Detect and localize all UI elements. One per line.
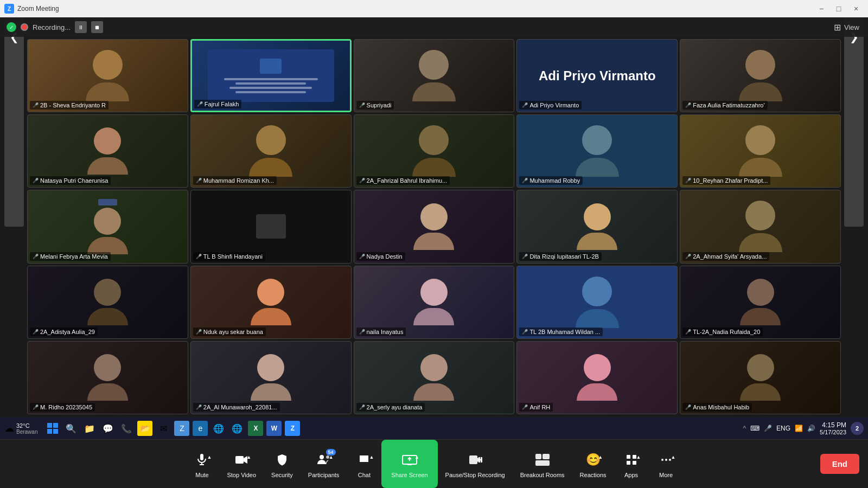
chat-button[interactable]: ▲ Chat <box>347 440 381 488</box>
video-tile-23[interactable]: 🎤 2A_serly ayu dianata <box>354 341 515 414</box>
pause-recording-button[interactable]: Pause/Stop Recording <box>438 440 513 488</box>
video-tile-13[interactable]: 🎤 Nadya Destin <box>354 190 515 263</box>
video-tile-19[interactable]: 🎤 TL 2B Muhamad Wildan ... <box>516 266 678 339</box>
volume-icon[interactable]: 🔊 <box>807 425 815 432</box>
video-tile-8[interactable]: 🎤 2A_Fahrizal Bahrul Ibrahimu... <box>354 114 515 188</box>
keyboard-icon[interactable]: ⌨ <box>750 425 760 432</box>
video-grid: 🎤 2B - Sheva Endriyanto R 🎤 Fajrul Falak… <box>0 37 868 416</box>
mute-caret-icon[interactable]: ▲ <box>207 454 212 460</box>
svg-rect-13 <box>535 454 541 459</box>
participants-button[interactable]: 54 ▲ Participants <box>301 440 347 488</box>
video-tile-25[interactable]: 🎤 Anas Misbahul Habib <box>680 341 841 414</box>
video-tile-12[interactable]: 🎤 TL B Shinfi Handayani <box>190 190 352 263</box>
breakout-rooms-label: Breakout Rooms <box>520 472 565 478</box>
mute-icon-18: 🎤 <box>359 329 365 335</box>
reactions-caret-icon[interactable]: ▲ <box>598 454 603 460</box>
video-tile-15[interactable]: 🎤 2A_Ahmad Syifa' Arsyada... <box>680 190 841 263</box>
video-tile-14[interactable]: 🎤 Dita Rizqi Iupitasari TL-2B <box>516 190 678 263</box>
folder-button[interactable]: 📂 <box>137 421 152 436</box>
excel-button[interactable]: X <box>248 421 263 436</box>
toolbar: ▲ Mute ▲ Stop Video Security <box>0 439 868 488</box>
app-button-1[interactable]: Z <box>174 421 189 436</box>
participant-name-25: 🎤 Anas Misbahul Habib <box>682 403 752 412</box>
mute-icon-23: 🎤 <box>359 404 365 410</box>
taskbar-left: ☁ 32°C Berawan 🔍 📁 💬 📞 📂 ✉ Z <box>4 421 300 436</box>
video-tile-11[interactable]: 🎤 Melani Febrya Arta Mevia <box>27 190 188 263</box>
mute-icon-5: 🎤 <box>685 102 691 108</box>
stop-video-button[interactable]: ▲ Stop Video <box>219 440 264 488</box>
reactions-label: Reactions <box>580 472 607 478</box>
end-button[interactable]: End <box>820 454 859 474</box>
breakout-rooms-button[interactable]: Breakout Rooms <box>513 440 572 488</box>
zoom-logo-icon: Z <box>4 4 14 14</box>
more-button[interactable]: ▲ More <box>649 440 684 488</box>
video-tile-7[interactable]: 🎤 Muhammad Romizan Kh... <box>190 114 352 188</box>
mail-button[interactable]: ✉ <box>156 421 171 436</box>
video-tile-21[interactable]: 🎤 M. Ridho 20235045 <box>27 341 188 414</box>
video-tile-18[interactable]: 🎤 naila Inayatus <box>354 266 515 339</box>
video-tile-22[interactable]: 🎤 2A_Al Munawaroh_22081... <box>190 341 352 414</box>
apps-button[interactable]: ▲ Apps <box>614 440 649 488</box>
notification-badge[interactable]: 2 <box>851 422 864 435</box>
taskbar-right: ^ ⌨ 🎤 ENG 📶 🔊 4:15 PM 5/17/2023 2 <box>743 421 864 435</box>
security-button[interactable]: Security <box>264 440 301 488</box>
chrome-button-2[interactable]: 🌐 <box>229 421 245 436</box>
mute-icon-8: 🎤 <box>359 178 365 183</box>
participant-name-24: 🎤 Anif RH <box>519 403 553 412</box>
video-caret-icon[interactable]: ▲ <box>246 454 251 460</box>
video-tile-20[interactable]: 🎤 TL-2A_Nadia Rufaida_20 <box>680 266 841 339</box>
video-tile-17[interactable]: 🎤 Nduk ayu sekar buana <box>190 266 352 339</box>
svg-rect-25 <box>47 429 52 434</box>
edge-button[interactable]: e <box>193 421 208 436</box>
video-tile-5[interactable]: 🎤 Faza Aulia Fatimatuzzahro' <box>680 39 841 112</box>
phone-button[interactable]: 📞 <box>119 421 134 436</box>
apps-caret-icon[interactable]: ▲ <box>636 454 641 460</box>
teams-button[interactable]: 💬 <box>100 421 116 436</box>
share-caret-icon[interactable]: ▲ <box>414 454 419 460</box>
video-tile-10[interactable]: 🎤 10_Reyhan Zhafar Pradipt... <box>680 114 841 188</box>
taskbar-search-button[interactable]: 🔍 <box>63 421 79 436</box>
wifi-icon: 📶 <box>795 425 803 432</box>
mute-button[interactable]: ▲ Mute <box>184 440 219 488</box>
video-tile-3[interactable]: 🎤 Supriyadi <box>354 39 515 112</box>
weather-icon: ☁ <box>4 422 14 434</box>
stop-video-label: Stop Video <box>227 472 256 478</box>
microphone-tray-icon[interactable]: 🎤 <box>764 425 772 432</box>
chrome-button[interactable]: 🌐 <box>211 421 226 436</box>
video-tile-6[interactable]: 🎤 Natasya Putri Chaerunisa <box>27 114 188 188</box>
svg-rect-9 <box>469 455 477 464</box>
video-tile-2[interactable]: 🎤 Fajrul Falakh <box>190 39 352 112</box>
mute-icon-6: 🎤 <box>33 178 39 183</box>
system-tray-expand[interactable]: ^ <box>743 425 746 432</box>
participants-caret-icon[interactable]: ▲ <box>329 454 334 460</box>
video-tile-16[interactable]: 🎤 2A_Adistya Aulia_29 <box>27 266 188 339</box>
word-button[interactable]: W <box>266 421 282 436</box>
recording-pause-button[interactable]: ⏸ <box>75 21 87 33</box>
participant-name-9: 🎤 Muhammad Robby <box>519 176 583 185</box>
recording-stop-button[interactable]: ⏹ <box>91 21 103 33</box>
video-tile-4[interactable]: Adi Priyo Virmanto 🎤 Adi Priyo Virmanto <box>516 39 678 112</box>
chat-caret-icon[interactable]: ▲ <box>369 454 374 460</box>
video-tile-9[interactable]: 🎤 Muhammad Robby <box>516 114 678 188</box>
share-screen-button[interactable]: ▲ Share Screen <box>381 440 437 488</box>
video-tile-1[interactable]: 🎤 2B - Sheva Endriyanto R <box>27 39 188 112</box>
name-only-display-4: Adi Priyo Virmanto <box>539 68 656 84</box>
maximize-button[interactable]: □ <box>831 1 846 16</box>
shield-icon <box>272 450 292 470</box>
more-caret-icon[interactable]: ▲ <box>671 454 676 460</box>
clock: 4:15 PM 5/17/2023 <box>820 421 846 435</box>
minimize-button[interactable]: − <box>814 1 829 16</box>
start-button[interactable] <box>45 421 60 436</box>
title-bar: Z Zoom Meeting − □ × <box>0 0 868 17</box>
mute-icon-17: 🎤 <box>196 329 202 335</box>
close-button[interactable]: × <box>848 1 864 16</box>
file-explorer-button[interactable]: 📁 <box>82 421 97 436</box>
video-tile-24[interactable]: 🎤 Anif RH <box>516 341 678 414</box>
participant-name-4: 🎤 Adi Priyo Virmanto <box>519 101 582 110</box>
security-icon: ✓ <box>7 22 16 32</box>
more-label: More <box>659 472 673 478</box>
zoom-taskbar-button[interactable]: Z <box>285 421 300 436</box>
view-button[interactable]: ⊞ View <box>834 22 859 33</box>
reactions-button[interactable]: 😊 ▲ Reactions <box>572 440 614 488</box>
reactions-icon: 😊 ▲ <box>583 450 603 470</box>
